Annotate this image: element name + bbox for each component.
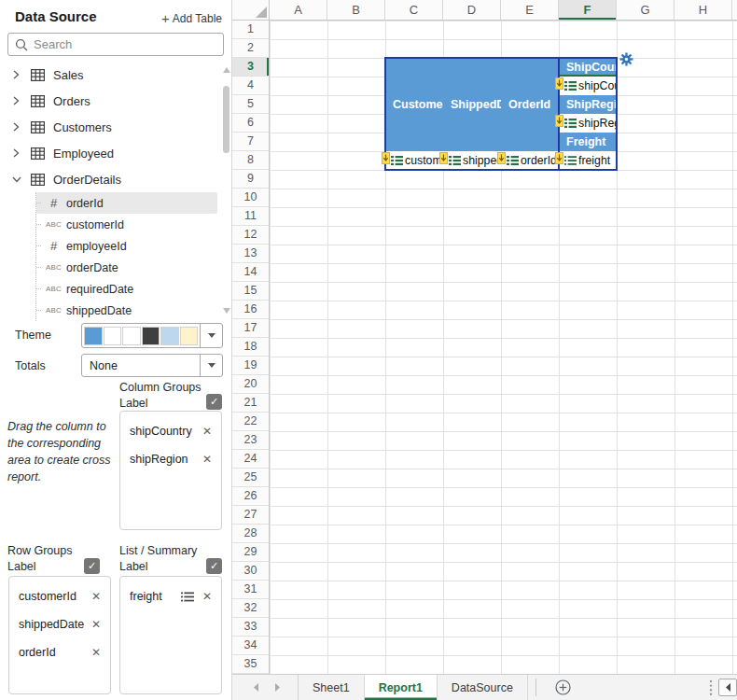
column-groups-label-checkbox[interactable]: ✓: [206, 394, 222, 410]
report-field-cell-shipregion[interactable]: shipRegion: [559, 114, 617, 133]
row-header-15[interactable]: 15: [232, 282, 269, 301]
list-summary-label-checkbox[interactable]: ✓: [206, 558, 222, 574]
row-header-2[interactable]: 2: [232, 39, 269, 58]
search-input[interactable]: [34, 37, 216, 51]
chevron-down-icon[interactable]: [12, 175, 31, 183]
remove-icon[interactable]: ✕: [201, 425, 214, 438]
row-header-22[interactable]: 22: [232, 413, 269, 431]
row-header-25[interactable]: 25: [232, 469, 269, 487]
totals-dropdown-arrow[interactable]: [200, 355, 222, 376]
row-header-24[interactable]: 24: [232, 450, 269, 469]
tab-report1[interactable]: Report1: [365, 675, 438, 700]
sidebar-table-item-orders[interactable]: Orders: [0, 88, 231, 114]
column-header-e[interactable]: E: [501, 0, 559, 20]
report-row-group-header-block[interactable]: CustomerIdShippedDateOrderId: [385, 58, 559, 151]
chevron-right-icon[interactable]: [12, 96, 31, 105]
sidebar-table-item-employeed[interactable]: Employeed: [0, 140, 231, 166]
column-groups-box[interactable]: shipCountry✕shipRegion✕: [119, 411, 222, 530]
remove-icon[interactable]: ✕: [90, 646, 103, 659]
field-marker-icon[interactable]: [439, 151, 448, 168]
theme-dropdown-arrow[interactable]: [200, 324, 222, 347]
sidebar-field-item-orderdate[interactable]: ABCorderDate: [36, 257, 217, 278]
chevron-right-icon[interactable]: [12, 148, 31, 158]
column-header-g[interactable]: G: [617, 0, 674, 20]
row-header-7[interactable]: 7: [232, 133, 269, 151]
row-groups-label-checkbox[interactable]: ✓: [84, 558, 100, 574]
prev-sheet-icon[interactable]: [253, 683, 259, 692]
group-item-shipcountry[interactable]: shipCountry✕: [120, 417, 221, 445]
column-header-c[interactable]: C: [385, 0, 443, 20]
row-header-1[interactable]: 1: [232, 21, 269, 39]
search-box[interactable]: [7, 33, 224, 56]
row-header-18[interactable]: 18: [232, 338, 269, 357]
report-col-group-header-cell[interactable]: Freight: [559, 133, 617, 151]
row-header-9[interactable]: 9: [232, 170, 269, 189]
remove-icon[interactable]: ✕: [201, 590, 214, 603]
sidebar-field-item-shippeddate[interactable]: ABCshippedDate: [36, 300, 217, 321]
column-header-d[interactable]: D: [443, 0, 501, 20]
chevron-right-icon[interactable]: [12, 70, 31, 79]
row-header-34[interactable]: 34: [232, 637, 269, 655]
row-header-3[interactable]: 3: [232, 58, 269, 77]
list-summary-box[interactable]: freight✕: [119, 576, 222, 694]
group-item-customerid[interactable]: customerId✕: [9, 582, 110, 610]
summary-type-icon[interactable]: [181, 592, 194, 602]
remove-icon[interactable]: ✕: [90, 590, 103, 603]
group-item-freight[interactable]: freight✕: [120, 582, 221, 610]
tree-scroll-down-icon[interactable]: [223, 308, 230, 314]
row-header-31[interactable]: 31: [232, 581, 269, 599]
tab-splitter-handle[interactable]: [709, 675, 718, 700]
remove-icon[interactable]: ✕: [201, 453, 214, 466]
row-header-35[interactable]: 35: [232, 655, 269, 674]
report-field-cell-orderid[interactable]: orderId: [501, 151, 559, 170]
report-field-cell-shippeddate[interactable]: shippedDate: [443, 151, 501, 170]
remove-icon[interactable]: ✕: [90, 618, 103, 631]
report-field-cell-customerid[interactable]: customerId: [385, 151, 443, 170]
row-header-12[interactable]: 12: [232, 226, 269, 245]
group-item-shippeddate[interactable]: shippedDate✕: [9, 610, 110, 638]
row-groups-box[interactable]: customerId✕shippedDate✕orderId✕: [8, 576, 111, 694]
sidebar-field-item-requireddate[interactable]: ABCrequiredDate: [36, 278, 217, 300]
column-header-f[interactable]: F: [559, 0, 617, 20]
field-marker-icon[interactable]: [382, 151, 390, 168]
add-sheet-button[interactable]: [544, 675, 582, 700]
tree-scrollbar-thumb[interactable]: [223, 86, 229, 153]
row-header-19[interactable]: 19: [232, 357, 269, 375]
row-header-33[interactable]: 33: [232, 618, 269, 637]
column-header-h[interactable]: H: [674, 0, 732, 20]
row-header-16[interactable]: 16: [232, 301, 269, 319]
field-marker-icon[interactable]: [555, 77, 563, 93]
select-all-corner[interactable]: [232, 0, 270, 21]
theme-dropdown[interactable]: [81, 323, 223, 348]
sidebar-table-item-customers[interactable]: Customers: [0, 114, 231, 140]
group-item-shipregion[interactable]: shipRegion✕: [120, 445, 221, 473]
report-col-group-header-cell[interactable]: ShipRegion: [559, 95, 617, 114]
tree-scroll-up-icon[interactable]: [223, 67, 230, 73]
row-header-6[interactable]: 6: [232, 114, 269, 133]
row-header-11[interactable]: 11: [232, 207, 269, 226]
sidebar-table-item-sales[interactable]: Sales: [0, 62, 231, 88]
row-header-27[interactable]: 27: [232, 506, 269, 525]
row-header-32[interactable]: 32: [232, 599, 269, 618]
row-header-28[interactable]: 28: [232, 525, 269, 543]
sidebar-field-item-employeeid[interactable]: #employeeId: [36, 235, 217, 257]
row-header-26[interactable]: 26: [232, 487, 269, 506]
field-marker-icon[interactable]: [497, 151, 506, 168]
next-sheet-icon[interactable]: [274, 683, 281, 692]
column-header-b[interactable]: B: [327, 0, 385, 20]
row-header-4[interactable]: 4: [232, 77, 269, 95]
group-item-orderid[interactable]: orderId✕: [9, 638, 110, 666]
field-settings-gear-icon[interactable]: [619, 52, 633, 70]
tab-datasource[interactable]: DataSource: [438, 675, 528, 700]
field-marker-icon[interactable]: [555, 151, 563, 168]
row-header-17[interactable]: 17: [232, 319, 269, 338]
row-header-23[interactable]: 23: [232, 431, 269, 450]
sidebar-field-item-customerid[interactable]: ABCcustomerId: [36, 214, 217, 235]
row-header-8[interactable]: 8: [232, 151, 269, 170]
row-header-13[interactable]: 13: [232, 245, 269, 263]
row-header-29[interactable]: 29: [232, 543, 269, 562]
hscroll-left-button[interactable]: [718, 679, 737, 696]
row-header-14[interactable]: 14: [232, 263, 269, 282]
report-field-cell-freight[interactable]: freight: [559, 151, 617, 170]
tab-sheet1[interactable]: Sheet1: [299, 675, 365, 700]
